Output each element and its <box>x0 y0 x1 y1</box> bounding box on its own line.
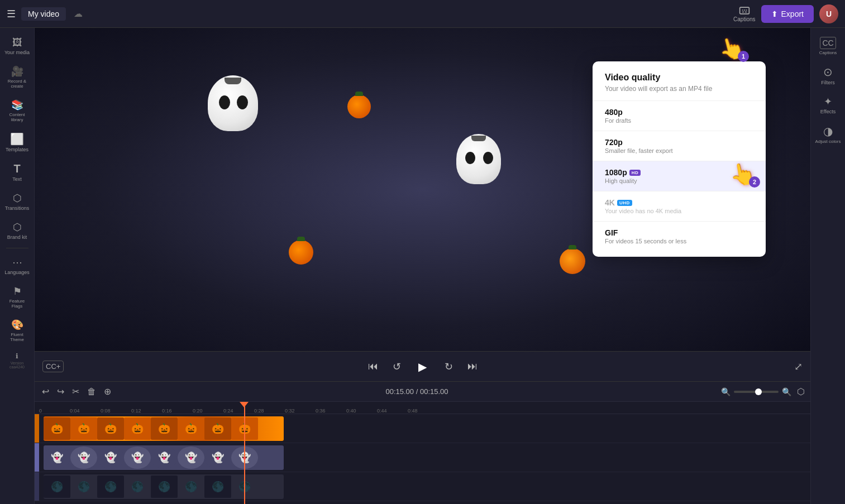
cut-button[interactable]: ✂ <box>70 385 81 399</box>
clip-thumb-p3: 🎃 <box>97 417 124 440</box>
brand-kit-icon: ⬡ <box>13 221 22 233</box>
fluent-theme-icon: 🎨 <box>11 319 23 331</box>
track-content-pumpkins[interactable]: 🎃 🎃 🎃 🎃 🎃 🎃 🎃 🎃 <box>39 414 810 443</box>
skip-forward-button[interactable]: ⏭ <box>465 358 480 375</box>
timeline-track-pumpkins: 🎃 🎃 🎃 🎃 🎃 🎃 🎃 🎃 <box>35 414 810 443</box>
clip-thumb-b5: 🌑 <box>151 476 178 498</box>
sidebar-item-filters[interactable]: ⊙ Filters <box>813 61 844 90</box>
controls-bar: CC+ ⏮ ↺ ▶ ↻ ⏭ ⤢ <box>35 351 810 381</box>
forward-button[interactable]: ↻ <box>442 358 455 375</box>
timeline-track-ghosts: 👻 👻 👻 👻 👻 👻 👻 👻 <box>35 443 810 472</box>
clip-thumb-g5: 👻 <box>151 447 178 469</box>
filters-icon: ⊙ <box>823 65 833 79</box>
export-icon: ⬆ <box>771 9 778 18</box>
your-media-icon: 🖼 <box>12 37 22 49</box>
track-clip-ghosts[interactable]: 👻 👻 👻 👻 👻 👻 👻 👻 <box>44 445 284 470</box>
record-icon: 🎥 <box>11 65 23 78</box>
quality-name-720p: 720p <box>605 138 753 147</box>
sidebar-item-your-media[interactable]: 🖼 Your media <box>2 32 33 60</box>
track-content-bg[interactable]: 🌑 🌑 🌑 🌑 🌑 🌑 🌑 🌑 <box>39 472 810 501</box>
version-icon: ℹ <box>16 352 18 360</box>
sidebar-item-fluent-theme[interactable]: 🎨 Fluent Theme <box>2 314 33 347</box>
effects-icon: ✦ <box>824 95 832 108</box>
delete-button[interactable]: 🗑 <box>85 385 98 399</box>
clip-thumb-g7: 👻 <box>204 447 231 469</box>
right-sidebar: CC Captions ⊙ Filters ✦ Effects ◑ Adjust… <box>810 28 845 504</box>
track-label-bg <box>35 472 39 501</box>
timeline-time-display: 00:15.00 / 00:15.00 <box>117 387 717 396</box>
track-content-ghosts[interactable]: 👻 👻 👻 👻 👻 👻 👻 👻 <box>39 443 810 472</box>
redo-button[interactable]: ↪ <box>55 385 66 399</box>
clip-thumb-b4: 🌑 <box>124 476 151 498</box>
sidebar-item-captions-right[interactable]: CC Captions <box>813 32 844 60</box>
project-name[interactable]: My video <box>21 7 66 21</box>
play-button[interactable]: ▶ <box>413 357 432 376</box>
user-avatar[interactable]: U <box>819 4 838 23</box>
quality-desc-720p: Smaller file, faster export <box>605 147 753 154</box>
zoom-thumb <box>755 388 762 395</box>
expand-icon[interactable]: ⬡ <box>797 386 805 397</box>
quality-name-gif: GIF <box>605 228 753 237</box>
undo-button[interactable]: ↩ <box>40 385 51 399</box>
add-media-button[interactable]: ⊕ <box>102 385 113 399</box>
sidebar-item-text[interactable]: T Text <box>2 158 33 186</box>
adjust-colors-icon: ◑ <box>823 124 833 138</box>
export-button[interactable]: ⬆ Export <box>761 5 814 23</box>
feature-flags-icon: ⚑ <box>13 285 22 297</box>
main-layout: 🖼 Your media 🎥 Record & create 📚 Content… <box>0 28 845 504</box>
sidebar-item-content-library[interactable]: 📚 Content library <box>2 94 33 127</box>
zoom-out-icon[interactable]: 🔍 <box>721 387 731 396</box>
track-clip-pumpkins[interactable]: 🎃 🎃 🎃 🎃 🎃 🎃 🎃 🎃 <box>44 416 284 441</box>
captions-right-icon: CC <box>820 37 836 49</box>
track-label-pumpkins <box>35 414 39 443</box>
clip-thumb-p8: 🎃 <box>231 417 258 440</box>
timeline-track-background: 🌑 🌑 🌑 🌑 🌑 🌑 🌑 🌑 <box>35 472 810 501</box>
rewind-button[interactable]: ↺ <box>390 358 403 375</box>
track-label-ghosts <box>35 443 39 472</box>
clip-thumb-g2: 👻 <box>70 447 97 469</box>
popup-title: Video quality <box>593 73 766 85</box>
captions-button[interactable]: Captions <box>733 5 755 22</box>
clip-thumb-p7: 🎃 <box>204 417 231 440</box>
clip-thumb-g3: 👻 <box>97 447 124 469</box>
pumpkin-3 <box>560 248 585 274</box>
timeline-tracks: 🎃 🎃 🎃 🎃 🎃 🎃 🎃 🎃 <box>35 414 810 504</box>
quality-option-4k[interactable]: 4K UHD Your video has no 4K media <box>593 191 766 221</box>
quality-option-1080p[interactable]: 1080p HD High quality <box>593 161 766 191</box>
menu-icon[interactable]: ☰ <box>7 8 16 20</box>
sidebar-item-templates[interactable]: ⬜ Templates <box>2 128 33 157</box>
clip-thumb-b1: 🌑 <box>44 476 70 498</box>
quality-desc-480p: For drafts <box>605 117 753 124</box>
track-clip-background[interactable]: 🌑 🌑 🌑 🌑 🌑 🌑 🌑 🌑 <box>44 474 284 499</box>
sidebar-item-brand-kit[interactable]: ⬡ Brand kit <box>2 217 33 244</box>
top-bar: ☰ My video ☁ Captions ⬆ Export U <box>0 0 845 28</box>
zoom-in-icon[interactable]: 🔍 <box>782 387 791 396</box>
clip-thumb-g8: 👻 <box>231 447 258 469</box>
timeline-zoom: 🔍 🔍 ⬡ <box>721 386 805 397</box>
clip-thumb-g1: 👻 <box>44 447 70 469</box>
clip-thumb-b7: 🌑 <box>204 476 231 498</box>
skip-back-button[interactable]: ⏮ <box>366 358 380 375</box>
clip-thumb-b8: 🌑 <box>231 476 258 498</box>
sidebar-item-record-create[interactable]: 🎥 Record & create <box>2 61 33 93</box>
clip-thumb-p2: 🎃 <box>70 417 97 440</box>
fullscreen-button[interactable]: ⤢ <box>794 361 803 373</box>
clip-thumb-p4: 🎃 <box>124 417 151 440</box>
sidebar-item-feature-flags[interactable]: ⚑ Feature Flags <box>2 281 33 313</box>
clip-thumb-b2: 🌑 <box>70 476 97 498</box>
zoom-slider[interactable] <box>734 391 779 393</box>
sidebar-item-effects[interactable]: ✦ Effects <box>813 91 844 119</box>
sidebar-item-adjust-colors[interactable]: ◑ Adjust colors <box>813 120 844 148</box>
clip-thumb-g4: 👻 <box>124 447 151 469</box>
cc-button[interactable]: CC+ <box>42 361 64 372</box>
content-library-icon: 📚 <box>11 99 23 111</box>
quality-option-720p[interactable]: 720p Smaller file, faster export <box>593 131 766 161</box>
quality-option-gif[interactable]: GIF For videos 15 seconds or less <box>593 222 766 251</box>
pumpkin-1 <box>347 95 371 118</box>
quality-desc-1080p: High quality <box>605 177 753 184</box>
left-sidebar: 🖼 Your media 🎥 Record & create 📚 Content… <box>0 28 35 504</box>
sidebar-item-transitions[interactable]: ⬡ Transitions <box>2 188 33 215</box>
cloud-icon: ☁ <box>74 8 83 19</box>
quality-option-480p[interactable]: 480p For drafts <box>593 101 766 131</box>
sidebar-item-languages[interactable]: ⋯ Languages <box>2 252 33 280</box>
